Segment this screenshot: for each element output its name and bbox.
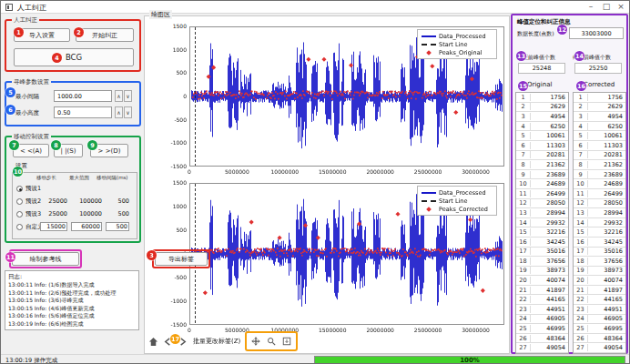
export-labels-button[interactable]: 导出标签 <box>155 252 208 266</box>
peak-table-row[interactable]: 720281 <box>516 151 568 161</box>
peak-table-row[interactable]: 1938973 <box>516 267 568 277</box>
draw-reference-line-button[interactable]: 绘制参考线 <box>12 252 79 266</box>
peak-table-row[interactable]: 2648364 <box>516 334 568 344</box>
preset-value-input[interactable]: 60000 <box>71 222 102 231</box>
peak-table-row[interactable]: 923689 <box>574 170 625 180</box>
peak-table-row[interactable]: 923689 <box>516 170 568 180</box>
peak-table-row[interactable]: 1429932 <box>574 218 625 228</box>
peak-table-row[interactable]: 2244165 <box>516 295 568 305</box>
data-length-label: 数据长度(点数) <box>517 30 554 38</box>
y-tick-label: 0 <box>158 93 187 99</box>
peak-table-row[interactable]: 2040074 <box>574 276 625 286</box>
min-height-spin-up-icon[interactable]: ∧ <box>115 106 123 118</box>
peak-table-row[interactable]: 2040074 <box>516 276 568 286</box>
close-button[interactable]: × <box>614 1 628 13</box>
peak-table-row[interactable]: 2141897 <box>516 286 568 296</box>
peak-table-row[interactable]: 46250 <box>516 122 568 132</box>
maximize-button[interactable]: □ <box>599 1 614 13</box>
peak-table-row[interactable]: 2546995 <box>574 324 625 334</box>
export-figure-icon[interactable] <box>280 334 293 349</box>
peak-table-row[interactable]: 1634245 <box>574 238 625 248</box>
peak-table-row[interactable]: 1837656 <box>516 257 568 267</box>
peak-table-row[interactable]: 1634245 <box>516 238 568 248</box>
peak-table-row[interactable]: 2446905 <box>516 315 568 325</box>
peak-row-index: 4 <box>516 123 531 130</box>
peak-table-row[interactable]: 1024689 <box>574 179 625 189</box>
peak-table-row[interactable]: 1735016 <box>516 248 568 258</box>
peak-table-row[interactable]: 2749054 <box>574 343 625 353</box>
preset-value: 100000 <box>71 197 102 205</box>
min-interval-spin-down-icon[interactable]: ∨ <box>124 90 132 102</box>
peak-table-row[interactable]: 34954 <box>574 112 625 122</box>
preset-radio[interactable] <box>16 186 23 192</box>
peak-table-row[interactable]: 611303 <box>516 141 568 151</box>
peak-table-row[interactable]: 611303 <box>574 141 625 151</box>
peak-table-row[interactable]: 1837656 <box>574 257 625 267</box>
preset-radio[interactable] <box>16 224 23 230</box>
figure-panel-title: 绘图区 <box>149 10 172 19</box>
peak-table-row[interactable]: 2648364 <box>574 334 625 344</box>
peak-table-row[interactable]: 11756 <box>516 93 568 103</box>
x-tick-label: 25000000 <box>401 327 455 333</box>
peak-table-row[interactable]: 1938973 <box>574 267 625 277</box>
peak-table-row[interactable]: 821362 <box>516 160 568 170</box>
peak-row-index: 9 <box>574 171 588 178</box>
preset-value-input[interactable]: 15000 <box>40 222 67 231</box>
batch-edit-labels-button[interactable]: 批量更改标签(Z) <box>193 337 240 346</box>
peak-table-row[interactable]: 1228050 <box>516 199 568 209</box>
peak-table-row[interactable]: 2749054 <box>516 343 568 353</box>
peak-row-value: 1756 <box>531 94 568 101</box>
peak-table-row[interactable]: 1429932 <box>516 218 568 228</box>
start-correction-button[interactable]: 开始纠正 <box>76 28 134 42</box>
x-tick-label: 10000000 <box>258 168 312 175</box>
peak-table-row[interactable]: 1126499 <box>516 189 568 199</box>
minimize-button[interactable]: – <box>584 1 598 13</box>
peak-table-row[interactable]: 1024689 <box>516 179 568 189</box>
peak-table-row[interactable]: 1735016 <box>574 248 625 258</box>
min-height-spin-down-icon[interactable]: ∨ <box>124 106 132 118</box>
peak-table-row[interactable]: 46250 <box>574 122 625 132</box>
peak-table-row[interactable]: 1126499 <box>574 189 625 199</box>
peak-row-index: 19 <box>516 267 531 274</box>
peak-table-row[interactable]: 2344951 <box>516 305 568 315</box>
peak-table-row[interactable]: 2546995 <box>516 324 568 334</box>
preset-value-input[interactable]: 500 <box>106 222 129 231</box>
peak-table-row[interactable]: 22629 <box>516 103 568 113</box>
peak-table-row[interactable]: 11756 <box>574 93 625 103</box>
peak-table-row[interactable]: 1328994 <box>574 208 625 218</box>
x-tick-label: 0 <box>162 168 217 175</box>
bcg-mode-button[interactable]: BCG <box>14 48 134 66</box>
home-icon[interactable] <box>147 334 159 349</box>
peak-row-value: 21362 <box>531 161 568 168</box>
peak-table-row[interactable]: 1532216 <box>516 228 568 238</box>
min-height-input[interactable]: 0.50 <box>54 106 112 118</box>
zoom-icon[interactable] <box>265 334 278 349</box>
peak-table-row[interactable]: 1532216 <box>574 228 625 238</box>
peak-table-row[interactable]: 1328994 <box>516 208 568 218</box>
original-peaks-table[interactable]: 1175622629349544625051006161130372028182… <box>515 92 569 354</box>
peak-table-row[interactable]: 2141897 <box>574 286 625 296</box>
peak-table-row[interactable]: 2344951 <box>574 305 625 315</box>
peak-table-row[interactable]: 1228050 <box>574 199 625 209</box>
annotation-badge-8: 8 <box>51 140 61 150</box>
x-tick-label: 30000000 <box>449 168 503 175</box>
peak-table-row[interactable]: 22629 <box>574 103 625 113</box>
legend-label: Data_Processed <box>439 33 486 40</box>
peak-table-row[interactable]: 821362 <box>574 160 625 170</box>
peak-table-row[interactable]: 720281 <box>574 151 625 161</box>
peak-table-row[interactable]: 2244165 <box>574 295 625 305</box>
peak-row-value: 46995 <box>531 325 568 332</box>
annotation-badge-11: 11 <box>5 252 15 262</box>
min-interval-spin-up-icon[interactable]: ∧ <box>115 90 123 102</box>
peak-table-row[interactable]: 510061 <box>574 131 625 141</box>
peak-table-row[interactable]: 34954 <box>516 112 568 122</box>
peak-table-row[interactable]: 510061 <box>516 131 568 141</box>
preset-radio[interactable] <box>16 198 23 205</box>
corrected-peaks-table[interactable]: 1175622629349544625051006161130372028182… <box>573 92 626 354</box>
peak-table-row[interactable]: 2446905 <box>574 315 625 325</box>
pan-icon[interactable] <box>249 334 262 349</box>
y-tick-label: -500 <box>158 116 187 123</box>
preset-radio[interactable] <box>16 211 23 217</box>
min-interval-input[interactable]: 1000.00 <box>54 90 112 102</box>
peak-row-value: 46995 <box>588 325 625 332</box>
